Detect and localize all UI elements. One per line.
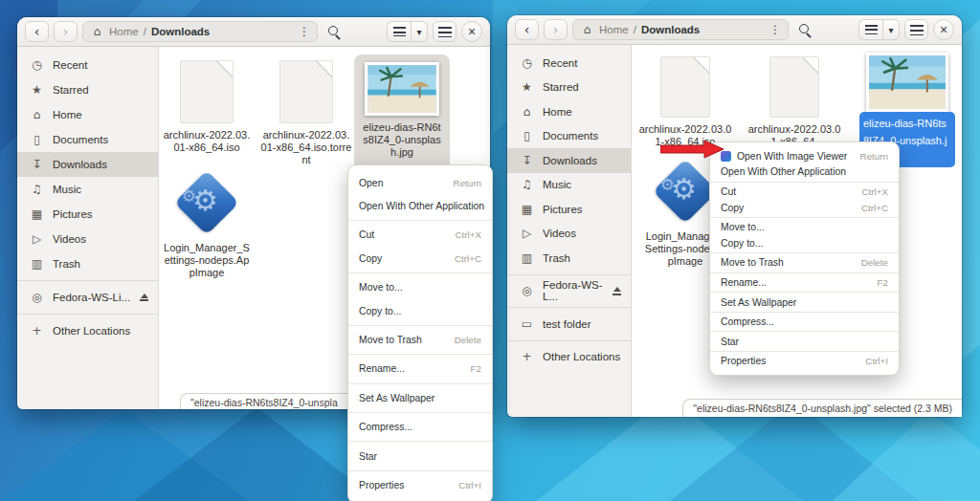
sidebar-item-device[interactable]: ◎Fedora-WS-L...	[507, 279, 631, 304]
close-button[interactable]: ×	[933, 19, 954, 40]
eject-button[interactable]	[612, 287, 621, 295]
file-appimage[interactable]: ⚙⚙ Login_Manager_Settings-nodeps.AppImag…	[161, 169, 253, 279]
list-view-button[interactable]	[387, 21, 411, 42]
home-icon: ⌂	[520, 105, 534, 119]
view-options-button[interactable]: ▾	[882, 19, 900, 40]
sidebar-item-label: Recent	[53, 59, 87, 71]
menu-item-cut[interactable]: CutCtrl+X	[348, 224, 492, 247]
document-file-icon	[279, 60, 333, 123]
path-menu-icon[interactable]: ⋮	[769, 23, 781, 36]
menu-item-open-with-image-viewer[interactable]: Open With Image ViewerReturn	[710, 148, 899, 164]
forward-button[interactable]: ›	[54, 21, 78, 42]
path-menu-icon[interactable]: ⋮	[299, 25, 310, 38]
sidebar-item-videos[interactable]: ▷Videos	[507, 222, 631, 247]
breadcrumb[interactable]: ⌂ Home / Downloads ⋮	[82, 21, 318, 42]
menu-item-copy-to[interactable]: Copy to...	[710, 235, 899, 251]
sidebar-item-home[interactable]: ⌂Home	[507, 99, 631, 124]
home-icon: ⌂	[30, 108, 44, 121]
menu-separator	[348, 220, 492, 221]
breadcrumb-home[interactable]: Home	[599, 24, 629, 35]
list-view-button[interactable]	[858, 19, 882, 40]
menu-item-open[interactable]: OpenReturn	[348, 171, 492, 194]
red-arrow-annotation	[660, 140, 731, 159]
breadcrumb[interactable]: ⌂ Home / Downloads ⋮	[572, 19, 789, 40]
eject-button[interactable]	[140, 294, 148, 302]
music-icon: ♫	[520, 178, 534, 191]
menu-item-open-with-other[interactable]: Open With Other Application	[710, 164, 899, 181]
forward-button[interactable]: ›	[544, 19, 568, 40]
close-icon: ×	[940, 22, 947, 37]
menu-item-set-as-wallpaper[interactable]: Set As Wallpaper	[710, 294, 899, 311]
sidebar-item-recent[interactable]: ◷Recent	[17, 53, 158, 77]
sidebar-item-starred[interactable]: ★Starred	[17, 77, 158, 102]
search-button[interactable]	[793, 19, 817, 40]
sidebar-item-pictures[interactable]: ▦Pictures	[17, 202, 158, 227]
sidebar-item-music[interactable]: ♫Music	[507, 173, 631, 198]
menu-item-star[interactable]: Star	[710, 334, 899, 350]
menu-separator	[710, 292, 899, 293]
view-options-button[interactable]: ▾	[411, 21, 428, 42]
breadcrumb-current[interactable]: Downloads	[151, 26, 210, 37]
menu-item-move-to[interactable]: Move to...	[348, 276, 492, 299]
menu-item-open-with-other[interactable]: Open With Other Application	[348, 194, 492, 217]
search-button[interactable]	[323, 21, 346, 42]
sidebar-item-trash[interactable]: ▥Trash	[17, 251, 158, 276]
sidebar-item-device[interactable]: ◎Fedora-WS-Li...	[17, 285, 158, 310]
eject-icon	[141, 294, 148, 298]
back-button[interactable]: ‹	[25, 21, 49, 42]
sidebar-separator	[17, 280, 158, 281]
sidebar-item-pictures[interactable]: ▦Pictures	[507, 197, 631, 222]
sidebar-item-downloads[interactable]: ↧Downloads	[17, 152, 158, 177]
sidebar-item-label: Trash	[543, 252, 570, 264]
menu-item-copy[interactable]: CopyCtrl+C	[348, 247, 492, 270]
sidebar-item-downloads[interactable]: ↧Downloads	[507, 148, 631, 173]
breadcrumb-current[interactable]: Downloads	[641, 24, 700, 35]
disk-icon: ◎	[520, 284, 534, 297]
menu-item-copy[interactable]: CopyCtrl+C	[710, 200, 899, 216]
file-archlinux-torrent[interactable]: archlinux-2022.03.01-x86_64.iso.torrent	[260, 60, 352, 166]
file-archlinux-iso[interactable]: archlinux-2022.03.01-x86_64.iso	[636, 56, 734, 148]
eject-icon	[613, 287, 621, 292]
document-icon: ▯	[30, 133, 44, 146]
menu-item-properties[interactable]: PropertiesCtrl+I	[710, 354, 899, 370]
sidebar-item-test-folder[interactable]: ▭test folder	[507, 312, 631, 337]
document-file-icon	[660, 56, 710, 118]
menu-item-star[interactable]: Star	[348, 445, 492, 468]
menu-separator	[710, 351, 899, 352]
sidebar-item-music[interactable]: ♫Music	[17, 177, 158, 202]
menu-item-compress[interactable]: Compress...	[710, 314, 899, 330]
breadcrumb-home[interactable]: Home	[109, 26, 139, 37]
menu-item-set-as-wallpaper[interactable]: Set As Wallpaper	[348, 386, 492, 409]
sidebar-item-other-locations[interactable]: +Other Locations	[17, 318, 158, 343]
sidebar-item-documents[interactable]: ▯Documents	[17, 127, 158, 152]
sidebar-item-videos[interactable]: ▷Videos	[17, 227, 158, 251]
close-button[interactable]: ×	[461, 21, 482, 42]
menu-button[interactable]	[433, 21, 457, 42]
menu-button[interactable]	[904, 19, 928, 40]
sidebar-item-documents[interactable]: ▯Documents	[507, 124, 631, 149]
back-button[interactable]: ‹	[515, 19, 539, 40]
sidebar-item-trash[interactable]: ▥Trash	[507, 246, 631, 271]
sidebar-item-home[interactable]: ⌂Home	[17, 102, 158, 127]
file-name: elizeu-dias-RN6ts8IZ4_0-unsplash.jpg	[362, 121, 442, 159]
file-archlinux-iso[interactable]: archlinux-2022.03.01-x86_64.iso	[161, 60, 253, 154]
menu-item-rename[interactable]: Rename...F2	[710, 274, 899, 291]
file-unsplash-image[interactable]: elizeu-dias-RN6ts8IZ4_0-unsplash.jpg	[358, 62, 446, 159]
sidebar-item-recent[interactable]: ◷Recent	[507, 51, 631, 76]
music-icon: ♫	[30, 183, 44, 196]
menu-item-move-to-trash[interactable]: Move to TrashDelete	[348, 328, 492, 351]
menu-item-properties[interactable]: PropertiesCtrl+I	[348, 473, 492, 496]
sidebar-item-other-locations[interactable]: +Other Locations	[507, 345, 631, 370]
sidebar-item-starred[interactable]: ★Starred	[507, 76, 631, 100]
menu-separator	[348, 470, 492, 471]
file-archlinux-torrent[interactable]: archlinux-2022.03.01-x86_64.	[746, 56, 843, 148]
menu-item-move-to-trash[interactable]: Move to TrashDelete	[710, 255, 899, 272]
menu-item-rename[interactable]: Rename...F2	[348, 358, 492, 381]
menu-item-cut[interactable]: CutCtrl+X	[710, 184, 899, 200]
menu-item-move-to[interactable]: Move to...	[710, 219, 899, 235]
menu-item-copy-to[interactable]: Copy to...	[348, 299, 492, 322]
menu-item-compress[interactable]: Compress...	[348, 416, 492, 439]
star-icon: ★	[520, 80, 534, 94]
hamburger-icon	[438, 27, 452, 37]
trash-icon: ▥	[520, 251, 534, 265]
